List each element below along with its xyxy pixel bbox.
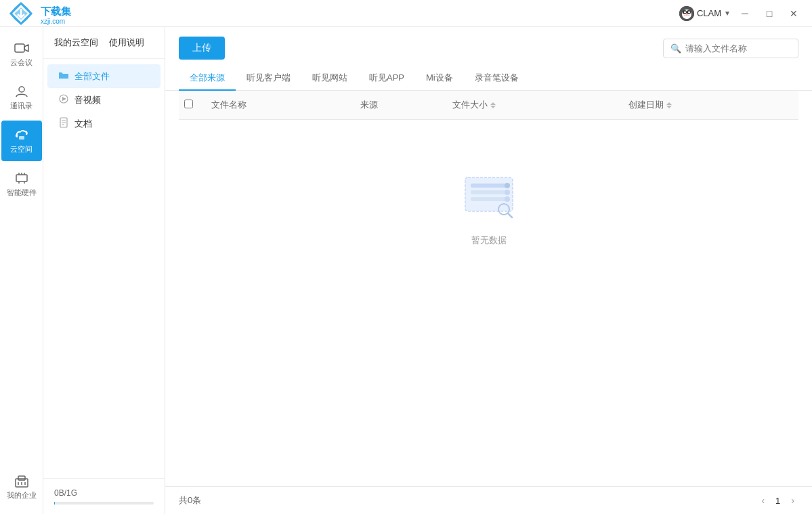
tab-tingjianapp[interactable]: 听见APP — [358, 66, 415, 91]
tab-bar: 全部来源 听见客户端 听见网站 听见APP Mi设备 录音笔设备 — [165, 60, 812, 91]
hardware-icon — [14, 171, 29, 186]
tree-item-audio-video[interactable]: 音视频 — [47, 88, 161, 112]
sort-up-icon-2 — [666, 102, 672, 105]
main-content: 上传 🔍 全部来源 听见客户端 听见网站 听见APP Mi设备 录音笔设备 — [165, 27, 812, 514]
sidebar-item-zhineng[interactable]: 智能硬件 — [1, 164, 42, 205]
maximize-button[interactable]: □ — [759, 5, 779, 22]
svg-point-42 — [505, 196, 510, 202]
tree-item-all-files[interactable]: 全部文件 — [47, 64, 161, 88]
svg-point-17 — [19, 87, 24, 92]
data-table: 文件名称 来源 文件大小 — [179, 91, 798, 301]
th-created-label: 创建日期 — [628, 99, 664, 111]
title-bar: 下载集 xzji.com CLAM ▼ — [0, 0, 812, 27]
svg-point-10 — [684, 11, 686, 13]
storage-label: 0B/1G — [54, 488, 154, 498]
tree-item-docs-label: 文档 — [74, 118, 92, 130]
storage-bar-background — [54, 502, 154, 505]
contacts-icon — [14, 84, 29, 99]
pagination: ‹ 1 › — [757, 494, 798, 507]
svg-point-40 — [505, 183, 510, 188]
page-number: 1 — [775, 496, 780, 506]
svg-point-14 — [687, 15, 689, 16]
th-filesize-sortable: 文件大小 — [452, 99, 617, 111]
dropdown-arrow-icon: ▼ — [724, 9, 731, 17]
sidebar-item-yunhui-label: 云会议 — [10, 58, 33, 68]
close-button[interactable]: ✕ — [784, 5, 804, 22]
th-source: 来源 — [355, 91, 447, 120]
tab-recorder[interactable]: 录音笔设备 — [464, 66, 530, 91]
sidebar-item-enterprise[interactable]: 我的企业 — [1, 467, 42, 507]
svg-text:下载集: 下载集 — [41, 5, 72, 17]
app-body: 云会议 通讯录 云空间 智能硬件 — [0, 27, 812, 514]
title-bar-left: 下载集 xzji.com — [8, 1, 100, 26]
svg-rect-19 — [16, 175, 27, 181]
empty-text: 暂无数据 — [471, 234, 507, 247]
minimize-button[interactable]: ─ — [735, 5, 755, 22]
sidebar-item-zhineng-label: 智能硬件 — [7, 188, 37, 198]
filesize-sort-icon — [490, 102, 496, 108]
svg-point-11 — [688, 11, 690, 13]
storage-bar-fill — [54, 502, 55, 505]
upload-button[interactable]: 上传 — [179, 37, 225, 60]
select-all-th — [179, 91, 206, 120]
logo-icon — [8, 1, 34, 26]
panel-nav-mycloud[interactable]: 我的云空间 — [54, 37, 98, 51]
svg-point-13 — [683, 15, 685, 16]
tree-item-audio-video-label: 音视频 — [74, 94, 101, 106]
svg-rect-18 — [19, 136, 24, 140]
svg-marker-31 — [62, 97, 66, 101]
main-toolbar: 上传 🔍 — [165, 27, 812, 60]
search-box: 🔍 — [663, 39, 798, 58]
sidebar-item-enterprise-label: 我的企业 — [7, 490, 37, 500]
table-header: 文件名称 来源 文件大小 — [179, 91, 798, 120]
video-icon — [14, 41, 29, 56]
search-input[interactable] — [685, 43, 799, 53]
xzji-logo-text: 下载集 xzji.com — [39, 1, 100, 26]
th-filename: 文件名称 — [206, 91, 355, 120]
panel-nav-help[interactable]: 使用说明 — [109, 37, 144, 51]
doc-icon — [58, 117, 69, 130]
username: CLAM — [697, 8, 721, 18]
search-icon: 🔍 — [670, 43, 681, 53]
sidebar-item-tonxunlu[interactable]: 通讯录 — [1, 77, 42, 118]
sidebar-item-yunhui[interactable]: 云会议 — [1, 34, 42, 74]
th-filesize[interactable]: 文件大小 — [447, 91, 622, 120]
svg-rect-38 — [471, 190, 507, 194]
th-filesize-label: 文件大小 — [452, 99, 488, 111]
tree-item-docs[interactable]: 文档 — [47, 112, 161, 135]
panel-footer: 0B/1G — [43, 478, 165, 514]
empty-state: 暂无数据 — [179, 120, 798, 301]
title-bar-right: CLAM ▼ ─ □ ✕ — [679, 5, 804, 22]
sidebar-item-tonxunlu-label: 通讯录 — [10, 101, 33, 111]
svg-marker-16 — [24, 45, 28, 51]
middle-panel: 我的云空间 使用说明 全部文件 音视频 — [43, 27, 165, 514]
table-container: 文件名称 来源 文件大小 — [165, 91, 812, 486]
user-info[interactable]: CLAM ▼ — [679, 6, 731, 21]
middle-panel-header: 我的云空间 使用说明 — [43, 27, 165, 59]
th-created[interactable]: 创建日期 — [623, 91, 798, 120]
tree-items: 全部文件 音视频 — [43, 59, 165, 141]
svg-point-12 — [685, 14, 687, 16]
tab-tingjianklient[interactable]: 听见客户端 — [236, 66, 301, 91]
svg-rect-26 — [18, 476, 25, 480]
th-created-sortable: 创建日期 — [628, 99, 793, 111]
sort-down-icon-2 — [666, 106, 672, 108]
left-sidebar: 云会议 通讯录 云空间 智能硬件 — [0, 27, 43, 514]
tab-mi-device[interactable]: Mi设备 — [415, 66, 464, 91]
next-page-button[interactable]: › — [787, 494, 798, 507]
avatar — [679, 6, 694, 21]
svg-rect-15 — [15, 44, 24, 52]
tab-tingjianzhan[interactable]: 听见网站 — [301, 66, 358, 91]
svg-text:xzji.com: xzji.com — [41, 18, 65, 25]
table-body: 暂无数据 — [179, 120, 798, 301]
prev-page-button[interactable]: ‹ — [757, 494, 769, 507]
svg-line-44 — [508, 213, 512, 217]
sidebar-item-yunkongjian[interactable]: 云空间 — [1, 121, 42, 161]
tab-all-sources[interactable]: 全部来源 — [179, 66, 236, 91]
table-footer: 共0条 ‹ 1 › — [165, 486, 812, 514]
enterprise-icon — [14, 473, 29, 488]
total-count-label: 共0条 — [179, 494, 201, 507]
empty-icon — [458, 174, 519, 223]
th-filename-label: 文件名称 — [211, 100, 247, 110]
select-all-checkbox[interactable] — [184, 100, 193, 108]
